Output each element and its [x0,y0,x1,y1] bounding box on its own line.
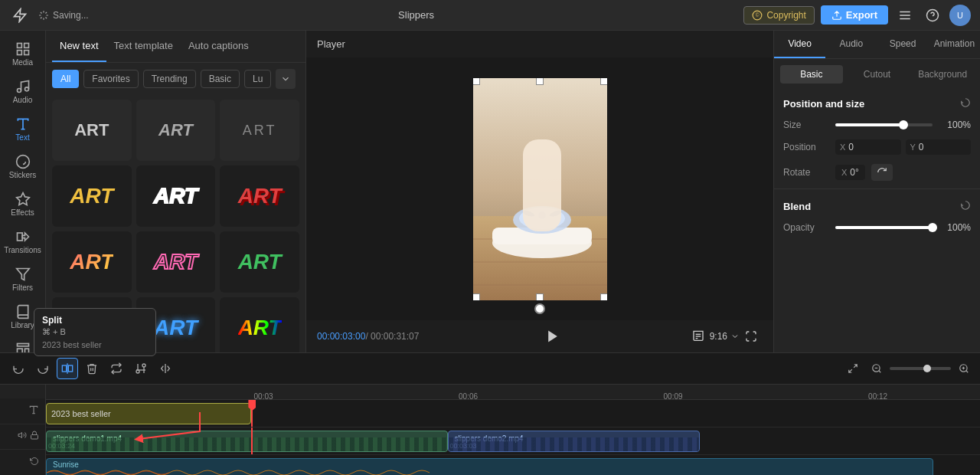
filter-basic[interactable]: Basic [201,70,240,88]
fit-button[interactable] [842,358,864,379]
trim-button[interactable] [130,358,152,379]
audio-waveform [47,467,933,475]
text-track-area: 2023 best seller [46,400,980,427]
subtab-background[interactable]: Background [911,65,974,84]
text-track-controls [0,398,45,424]
text-style-green[interactable]: ART [220,231,299,293]
right-tab-speed[interactable]: Speed [877,31,929,58]
playhead[interactable] [251,400,253,427]
tiktok-icon[interactable] [687,325,710,348]
svg-rect-37 [62,365,66,372]
tab-auto-captions[interactable]: Auto captions [181,31,256,62]
opacity-slider[interactable] [835,226,933,229]
text-style-pink-outline[interactable]: ART [136,231,216,293]
mirror-button[interactable] [155,358,176,379]
logo-icon[interactable] [9,5,31,26]
svg-rect-38 [68,365,72,372]
rotate-row: Rotate X 0° [774,159,980,185]
text-style-outline[interactable]: ART [136,165,216,227]
volume-icon[interactable] [18,431,27,442]
handle-bl[interactable] [473,293,480,300]
rotate-handle[interactable] [534,303,545,314]
sidebar-item-media[interactable]: Media [3,37,43,71]
text-style-plain1[interactable]: ART [52,100,132,161]
handle-tr[interactable] [600,78,607,85]
filter-all[interactable]: All [52,70,79,88]
text-style-rainbow[interactable]: ART [220,297,299,352]
opacity-slider-thumb[interactable] [928,223,937,232]
subtab-cutout[interactable]: Cutout [846,65,909,84]
size-slider[interactable] [835,123,933,126]
blend-reset[interactable] [960,200,971,213]
tab-new-text[interactable]: New text [52,31,106,62]
right-tab-video[interactable]: Video [774,31,825,58]
sidebar-item-stickers[interactable]: Stickers [3,149,43,184]
loop-button[interactable] [106,358,127,379]
position-size-reset[interactable] [960,97,971,110]
size-slider-thumb[interactable] [899,120,908,129]
svg-rect-7 [17,44,21,48]
sidebar-item-text[interactable]: Text [3,112,43,146]
delete-button[interactable] [81,358,103,379]
sidebar-label-filters: Filters [12,283,33,292]
copyright-button[interactable]: © Copyright [743,6,814,25]
aspect-ratio-select[interactable]: 9:16 [710,331,740,342]
svg-marker-32 [548,331,557,342]
filter-more-button[interactable] [276,69,296,89]
audio-refresh-icon[interactable] [30,457,39,468]
menu-icon[interactable] [894,5,916,26]
text-style-gold[interactable]: ART [52,165,132,227]
split-tooltip-title: Split [42,315,148,326]
handle-tl[interactable] [473,78,480,85]
opacity-slider-fill [835,226,933,229]
audio-clip[interactable]: Sunrise [46,458,933,475]
player-viewport [306,57,773,320]
sidebar-item-transitions[interactable]: Transitions [3,224,43,259]
right-tab-audio[interactable]: Audio [825,31,877,58]
audio-track-area: Sunrise [46,455,980,475]
sidebar-item-effects[interactable]: Effects [3,187,43,221]
svg-marker-15 [16,193,29,205]
export-button[interactable]: Export [821,5,888,25]
handle-br[interactable] [600,293,607,300]
text-style-3d[interactable]: ART [220,165,299,227]
play-button[interactable] [541,325,564,348]
filter-trending[interactable]: Trending [143,70,196,88]
filter-lu[interactable]: Lu [244,70,271,88]
sidebar-item-filters[interactable]: Filters [3,262,43,296]
text-style-plain2[interactable]: ART [136,100,216,161]
sidebar-item-audio[interactable]: Audio [3,74,43,109]
rotate-x-value: 0° [850,167,858,178]
video-clip-1[interactable]: slippers demo1.mp4 00:03:24 [46,431,448,452]
fullscreen-button[interactable] [740,325,763,348]
time-total: / 00:00:31:07 [365,331,419,342]
topbar: Saving... Slippers © Copyright Export U [0,0,980,31]
avatar[interactable]: U [949,5,971,26]
text-clip[interactable]: 2023 best seller [46,403,251,424]
undo-button[interactable] [8,358,29,379]
split-button[interactable] [57,358,78,379]
zoom-in-button[interactable] [956,360,972,377]
tab-text-template[interactable]: Text template [106,31,181,62]
video-clip-2[interactable]: slippers demo2.mp4 00:03:03 [448,431,700,452]
right-tab-animation[interactable]: Animation [929,31,980,58]
zoom-out-button[interactable] [868,360,885,377]
text-style-plain3[interactable]: ART [220,100,299,161]
rotate-icon-btn[interactable] [871,164,893,181]
x-coord-box[interactable]: X 0 [835,139,901,155]
handle-tm[interactable] [536,78,544,85]
text-style-gradient[interactable]: ART [52,231,132,293]
redo-button[interactable] [32,358,54,379]
time-current: 00:00:03:00 [317,331,365,342]
handle-bm[interactable] [536,293,544,300]
topbar-right: © Copyright Export U [743,5,971,26]
zoom-slider-thumb[interactable] [923,365,931,372]
zoom-slider[interactable] [890,367,951,370]
filter-row: All Favorites Trending Basic Lu [46,63,305,95]
lock-icon[interactable] [30,431,39,442]
help-icon[interactable] [922,5,943,26]
subtab-basic[interactable]: Basic [780,65,843,84]
rotate-x-box[interactable]: X 0° [835,165,865,180]
filter-favorites[interactable]: Favorites [83,70,138,88]
y-coord-box[interactable]: Y 0 [906,139,972,155]
